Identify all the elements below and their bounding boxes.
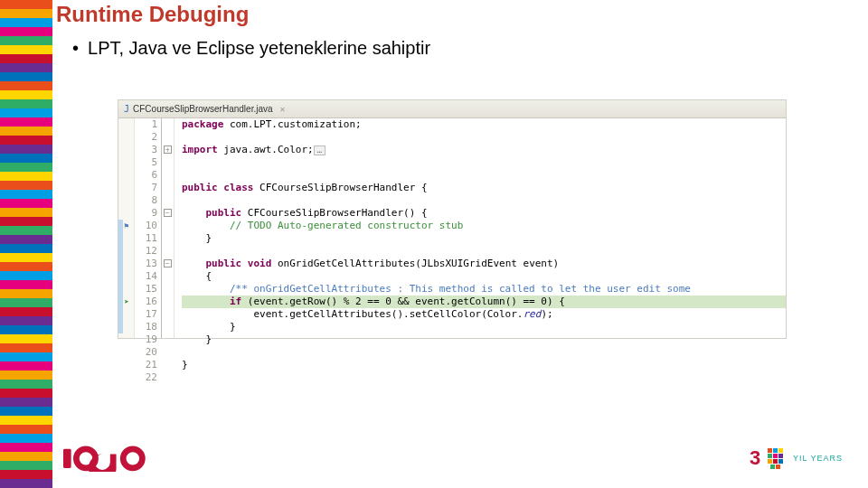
line-number: 12 — [135, 245, 157, 258]
svg-rect-4 — [768, 448, 772, 453]
code-line[interactable]: { — [182, 270, 786, 283]
bullet-text: LPT, Java ve Eclipse yeteneklerine sahip… — [88, 38, 430, 59]
code-line[interactable] — [182, 194, 786, 207]
line-number: 9 — [135, 207, 157, 220]
logo-main — [63, 446, 150, 472]
line-number: 6 — [135, 169, 157, 182]
line-number: 15 — [135, 283, 157, 296]
line-number: 21 — [135, 359, 157, 371]
svg-rect-11 — [773, 459, 778, 464]
line-number: 7 — [135, 182, 157, 194]
code-line[interactable]: // TODO Auto-generated constructor stub — [182, 220, 786, 232]
fold-gutter: +−− — [162, 118, 175, 338]
code-line[interactable] — [182, 245, 786, 258]
svg-rect-13 — [770, 465, 775, 469]
decorative-stripe — [0, 0, 52, 488]
close-icon[interactable]: ✕ — [280, 104, 286, 114]
fold-collapse-icon[interactable]: − — [164, 259, 172, 267]
line-number: 10 — [135, 220, 157, 232]
svg-rect-0 — [63, 449, 71, 468]
code-line[interactable]: public void onGridGetCellAttributes(JLbs… — [182, 258, 786, 270]
line-number: 8 — [135, 194, 157, 207]
line-number: 20 — [135, 346, 157, 359]
code-content[interactable]: package com.LPT.customization;import jav… — [175, 118, 786, 338]
svg-rect-12 — [778, 459, 783, 464]
code-line[interactable]: public CFCourseSlipBrowserHandler() { — [182, 207, 786, 220]
line-number: 1 — [135, 118, 157, 131]
svg-rect-14 — [776, 465, 780, 469]
line-number: 19 — [135, 333, 157, 346]
svg-rect-8 — [773, 454, 778, 458]
editor-tab-filename[interactable]: CFCourseSlipBrowserHandler.java — [133, 104, 273, 114]
current-line-icon: ➤ — [120, 296, 133, 307]
code-line[interactable]: /** onGridGetCellAttributes : This metho… — [182, 283, 786, 296]
marker-gutter: ⚑➤ — [118, 118, 135, 338]
editor-tabbar: J CFCourseSlipBrowserHandler.java ✕ — [118, 100, 786, 118]
svg-text:3: 3 — [750, 446, 760, 469]
change-bar — [118, 220, 123, 333]
fold-collapse-icon[interactable]: − — [164, 209, 172, 217]
slide-title: Runtime Debuging — [56, 2, 249, 27]
svg-rect-7 — [768, 454, 772, 458]
anniversary-badge: 3 YIL YEARS — [750, 445, 843, 472]
code-line[interactable] — [182, 156, 786, 169]
code-line[interactable]: } — [182, 321, 786, 333]
code-line[interactable]: } — [182, 232, 786, 245]
line-number: 3 — [135, 144, 157, 156]
code-line[interactable] — [182, 131, 786, 144]
line-number-gutter: 1235678910111213141516171819202122 — [135, 118, 162, 338]
line-number: 13 — [135, 258, 157, 270]
bullet-dot: • — [72, 38, 79, 59]
anniversary-years-label: YIL YEARS — [793, 454, 843, 463]
svg-rect-9 — [778, 454, 783, 458]
task-marker-icon: ⚑ — [120, 221, 133, 231]
line-number: 11 — [135, 232, 157, 245]
line-number: 18 — [135, 321, 157, 333]
svg-rect-10 — [768, 459, 772, 464]
java-file-icon: J — [124, 104, 129, 114]
code-line[interactable]: if (event.getRow() % 2 == 0 && event.get… — [182, 296, 786, 308]
code-editor-panel: J CFCourseSlipBrowserHandler.java ✕ ⚑➤ 1… — [118, 99, 787, 339]
line-number: 16 — [135, 296, 157, 308]
fold-expand-icon[interactable]: + — [164, 145, 172, 154]
svg-rect-6 — [778, 448, 783, 453]
svg-point-2 — [123, 449, 142, 468]
line-number: 22 — [135, 371, 157, 384]
code-line[interactable]: } — [182, 333, 786, 346]
bullet-row: • LPT, Java ve Eclipse yeteneklerine sah… — [72, 38, 430, 59]
code-line[interactable]: event.getCellAttributes().setCellColor(C… — [182, 308, 786, 321]
code-line[interactable]: import java.awt.Color;… — [182, 144, 786, 156]
code-line[interactable]: public class CFCourseSlipBrowserHandler … — [182, 182, 786, 194]
code-line[interactable] — [182, 371, 786, 384]
code-line[interactable]: package com.LPT.customization; — [182, 118, 786, 131]
line-number: 17 — [135, 308, 157, 321]
code-line[interactable] — [182, 169, 786, 182]
code-area: ⚑➤ 1235678910111213141516171819202122 +−… — [118, 118, 786, 338]
line-number: 2 — [135, 131, 157, 144]
svg-rect-5 — [773, 448, 778, 453]
line-number: 14 — [135, 270, 157, 283]
code-line[interactable] — [182, 346, 786, 359]
code-line[interactable]: } — [182, 359, 786, 371]
line-number: 5 — [135, 156, 157, 169]
